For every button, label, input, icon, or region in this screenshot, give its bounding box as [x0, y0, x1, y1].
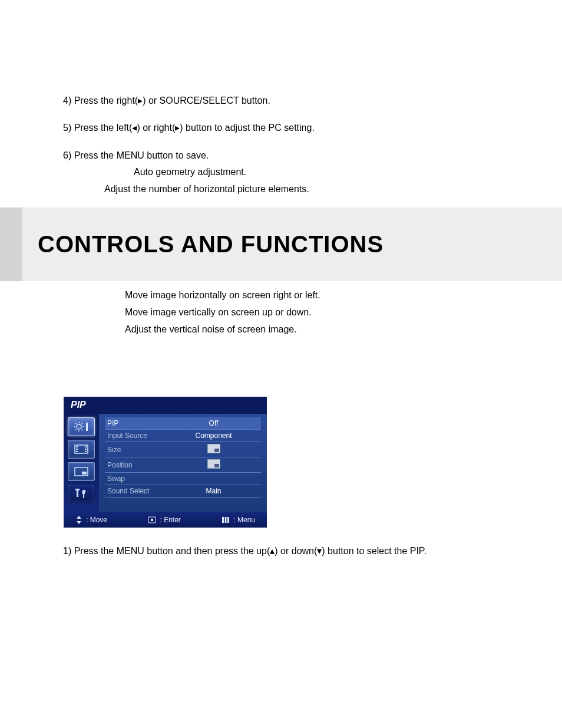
step-6-sub2: Adjust the number of horizontal picture …	[63, 183, 562, 196]
osd-row-label: Sound Select	[105, 487, 166, 495]
sidebar-item-pip[interactable]	[68, 462, 95, 481]
osd-row-value	[166, 444, 261, 455]
svg-rect-13	[76, 451, 78, 452]
osd-row-label: Size	[105, 446, 166, 454]
svg-rect-11	[76, 446, 78, 447]
banner-tab	[0, 207, 22, 281]
svg-rect-20	[75, 489, 80, 490]
sidebar-item-screen[interactable]	[68, 440, 95, 459]
sidebar-item-setup[interactable]	[68, 485, 94, 502]
osd-menu: PIP	[64, 397, 267, 528]
svg-rect-19	[77, 490, 78, 497]
svg-rect-23	[222, 517, 224, 523]
updown-icon	[75, 516, 82, 524]
osd-footer: : Move : Enter : Menu	[64, 512, 267, 528]
osd-row-label: Input Source	[105, 431, 166, 440]
bottom-step-1: 1) Press the MENU button and then press …	[63, 545, 562, 556]
osd-row[interactable]: Size	[105, 442, 261, 457]
osd-row-value	[166, 459, 261, 470]
hint-enter-label: : Enter	[160, 516, 180, 524]
section-banner: CONTROLS AND FUNCTIONS	[0, 207, 562, 281]
svg-point-0	[77, 424, 81, 429]
svg-rect-22	[151, 519, 153, 521]
banner-title: CONTROLS AND FUNCTIONS	[38, 231, 384, 258]
hint-enter: : Enter	[148, 516, 180, 524]
svg-rect-24	[225, 517, 227, 523]
osd-row[interactable]: Position	[105, 457, 261, 473]
post-line-3: Adjust the vertical noise of screen imag…	[125, 321, 562, 338]
intro-block: 4) Press the right(▸) or SOURCE/SELECT b…	[0, 0, 562, 196]
osd-sidebar	[64, 414, 99, 512]
sidebar-item-picture[interactable]	[68, 417, 95, 436]
osd-row[interactable]: Input SourceComponent	[105, 430, 261, 442]
osd-row-label: PIP	[105, 419, 166, 427]
sun-icon	[73, 421, 90, 433]
svg-rect-14	[85, 446, 87, 447]
pip-box-icon	[207, 459, 220, 469]
osd-row-label: Swap	[105, 475, 166, 483]
osd-row-value: Off	[166, 419, 261, 427]
svg-line-6	[82, 430, 83, 431]
svg-line-7	[75, 430, 77, 431]
menu-icon	[222, 516, 230, 523]
osd-row-value: Main	[166, 487, 261, 495]
hint-move-label: : Move	[86, 516, 107, 524]
svg-rect-25	[227, 517, 229, 523]
post-banner-text: Move image horizontally on screen right …	[0, 281, 562, 338]
osd-row-label: Position	[105, 461, 166, 469]
svg-line-8	[82, 423, 83, 424]
svg-rect-12	[76, 449, 78, 450]
step-6-sub1: Auto geometry adjustment.	[63, 166, 562, 179]
hint-move: : Move	[75, 516, 107, 524]
osd-row[interactable]: PIPOff	[105, 417, 261, 430]
post-line-1: Move image horizontally on screen right …	[125, 287, 562, 304]
tools-icon	[74, 487, 89, 499]
osd-row-value: Component	[166, 431, 261, 440]
svg-rect-15	[85, 449, 87, 450]
enter-icon	[148, 516, 156, 523]
osd-row[interactable]: Sound SelectMain	[105, 485, 261, 498]
hint-menu: : Menu	[222, 516, 255, 524]
hint-menu-label: : Menu	[233, 516, 255, 524]
bottom-text: 1) Press the MENU button and then press …	[0, 528, 562, 556]
step-6: 6) Press the MENU button to save.	[63, 149, 562, 162]
osd-main-panel: PIPOffInput SourceComponentSizePositionS…	[99, 414, 267, 512]
step-4: 4) Press the right(▸) or SOURCE/SELECT b…	[63, 94, 562, 107]
osd-title: PIP	[64, 397, 267, 414]
svg-rect-9	[86, 423, 88, 431]
post-line-2: Move image vertically on screen up or do…	[125, 304, 562, 321]
step-5: 5) Press the left(◂) or right(▸) button …	[63, 121, 562, 134]
osd-row[interactable]: Swap	[105, 473, 261, 485]
pip-icon	[74, 466, 89, 477]
pip-box-icon	[207, 444, 220, 453]
svg-line-5	[75, 423, 77, 424]
svg-rect-18	[82, 472, 87, 475]
film-icon	[74, 444, 89, 454]
svg-rect-16	[85, 451, 87, 452]
